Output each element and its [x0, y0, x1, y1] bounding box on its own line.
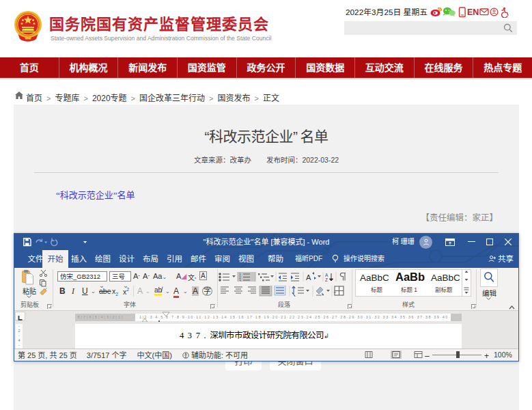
- svg-text:A: A: [306, 273, 311, 282]
- svg-text:A: A: [325, 273, 328, 277]
- svg-text:3: 3: [239, 279, 241, 282]
- svg-text:EN: EN: [467, 8, 479, 17]
- svg-text:Z: Z: [325, 277, 328, 282]
